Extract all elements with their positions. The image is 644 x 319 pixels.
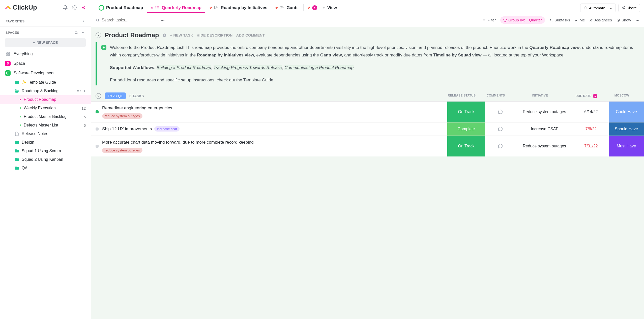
more-icon[interactable]: ••• (635, 18, 639, 22)
sidebar-top: ClickUp (0, 0, 91, 15)
initiative-cell[interactable]: Reduce system outages (515, 102, 573, 122)
tab-quarterly[interactable]: Quarterly Roadmap (147, 3, 205, 13)
hide-description-button[interactable]: HIDE DESCRIPTION (197, 33, 233, 37)
favorites-header[interactable]: FAVORITES (0, 15, 91, 25)
eye-icon (617, 18, 620, 22)
col-comments[interactable]: COMMENTS (481, 94, 511, 98)
play-circle-icon (312, 5, 317, 10)
tab-extra[interactable]: 📌 (306, 3, 319, 13)
collapse-group-icon[interactable] (96, 93, 101, 99)
chevron-right-icon (81, 19, 85, 23)
svg-point-1 (75, 31, 77, 34)
count-badge: 6 (84, 123, 86, 127)
more-icon[interactable]: ••• (161, 18, 165, 22)
label: Group by: (508, 18, 525, 22)
comments-cell[interactable] (485, 102, 515, 122)
app-logo[interactable]: ClickUp (5, 4, 37, 11)
task-status-square-icon[interactable] (96, 127, 99, 131)
spaces-header: SPACES (0, 26, 91, 36)
favorites-label: FAVORITES (6, 19, 24, 23)
comments-cell[interactable] (485, 136, 515, 156)
tree-product-roadmap[interactable]: Product Roadmap (0, 95, 91, 104)
pin-icon: 📌 (275, 7, 278, 9)
task-title: More accurate chart data moving forward,… (102, 139, 254, 146)
group-pill[interactable]: FY23 Q1 (105, 92, 126, 99)
show-button[interactable]: Show (617, 18, 631, 22)
sidebar-item-label: Everything (14, 52, 33, 56)
tree-template-guide[interactable]: ✨ Template Guide (0, 78, 91, 87)
sidebar-item-everything[interactable]: Everything (0, 49, 91, 59)
tab-gantt[interactable]: 📌 Gantt (271, 3, 301, 13)
label: Filter (487, 18, 496, 22)
release-status-cell[interactable]: On Track (447, 102, 485, 122)
new-task-button[interactable]: + NEW TASK (170, 33, 193, 37)
folder-icon (15, 140, 19, 145)
new-space-button[interactable]: + NEW SPACE (5, 38, 86, 47)
svg-point-34 (590, 19, 591, 20)
initiative-cell[interactable]: Reduce system outages (515, 136, 573, 156)
tab-add-view[interactable]: + View (319, 3, 340, 13)
filter-button[interactable]: Filter (482, 18, 496, 22)
task-tag[interactable]: reduce system outages (102, 148, 142, 153)
moscow-cell[interactable]: Could Have (609, 102, 644, 122)
search-icon[interactable] (74, 30, 78, 35)
collapse-sidebar-icon[interactable] (81, 5, 86, 10)
tree-design[interactable]: Design (0, 138, 91, 147)
collapse-all-icon[interactable] (96, 33, 101, 38)
tree-squad1[interactable]: Squad 1 Using Scrum (0, 147, 91, 155)
release-status-cell[interactable]: Complete (447, 122, 485, 136)
share-button[interactable]: Share (618, 4, 640, 12)
svg-point-19 (585, 8, 585, 8)
moscow-cell[interactable]: Must Have (609, 136, 644, 156)
tree-squad2[interactable]: Squad 2 Using Kanban (0, 155, 91, 164)
gear-icon[interactable] (72, 5, 77, 10)
tree-defects-master-list[interactable]: Defects Master List 6 (0, 121, 91, 130)
sidebar-item-software[interactable]: Software Development (0, 68, 91, 78)
label: Me (580, 18, 585, 22)
group-by-button[interactable]: Group by: Quarter (500, 16, 545, 24)
gantt-icon (280, 6, 284, 10)
tree-release-notes[interactable]: Release Notes (0, 130, 91, 138)
tree-label: Squad 1 Using Scrum (22, 149, 61, 153)
initiative-cell[interactable]: Increase CSAT (515, 122, 573, 136)
svg-rect-3 (8, 52, 10, 53)
info-icon[interactable]: i (162, 33, 166, 37)
col-initiative[interactable]: INITIATIVE (511, 94, 569, 98)
subtasks-button[interactable]: Subtasks (549, 18, 570, 22)
bell-icon[interactable] (63, 5, 68, 10)
task-row[interactable]: More accurate chart data moving forward,… (91, 136, 644, 156)
task-row[interactable]: Remediate engineering emergenciesreduce … (91, 101, 644, 122)
col-due[interactable]: DUE DATE▲ (569, 94, 604, 98)
svg-rect-6 (7, 72, 9, 74)
due-date-cell[interactable]: 7/6/22 (573, 122, 609, 136)
tab-title[interactable]: Product Roadmap (95, 3, 147, 13)
tree-qa[interactable]: QA (0, 164, 91, 172)
due-date-cell[interactable]: 6/14/22 (573, 102, 609, 122)
me-button[interactable]: Me (575, 18, 585, 22)
search-input[interactable] (102, 18, 156, 22)
release-status-cell[interactable]: On Track (447, 136, 485, 156)
svg-rect-14 (217, 6, 218, 8)
automate-button[interactable]: Automate ⌄ (580, 4, 616, 12)
task-tag[interactable]: increase csat (154, 126, 180, 132)
task-status-square-icon[interactable] (96, 110, 99, 113)
sidebar-item-space[interactable]: S Space (0, 59, 91, 68)
sidebar-item-label: Software Development (14, 71, 54, 75)
due-date-cell[interactable]: 7/31/22 (573, 136, 609, 156)
col-status[interactable]: RELEASE STATUS (443, 94, 481, 98)
tree-product-master-backlog[interactable]: Product Master Backlog 5 (0, 112, 91, 121)
chevron-down-icon[interactable] (81, 30, 85, 35)
tree-roadmap-backlog[interactable]: Roadmap & Backlog ••• + (0, 87, 91, 95)
comments-cell[interactable] (485, 122, 515, 136)
add-comment-button[interactable]: ADD COMMENT (236, 33, 265, 37)
more-icon[interactable]: ••• (77, 89, 81, 93)
tree-weekly-execution[interactable]: Weekly Execution 12 (0, 104, 91, 112)
moscow-cell[interactable]: Should Have (609, 122, 644, 136)
col-moscow[interactable]: MOSCOW (604, 94, 639, 98)
task-tag[interactable]: reduce system outages (102, 113, 142, 119)
task-status-square-icon[interactable] (96, 145, 99, 148)
task-row[interactable]: Ship 12 UX improvementsincrease csat Com… (91, 122, 644, 136)
plus-icon[interactable]: + (83, 89, 86, 93)
tab-initiatives[interactable]: 📌 Roadmap by Initiatives (206, 3, 271, 13)
assignees-button[interactable]: Assignees (589, 18, 612, 22)
